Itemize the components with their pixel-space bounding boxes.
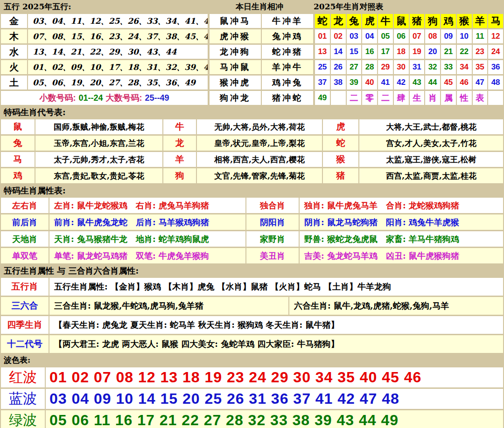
- zodiac-number-cell: 27: [347, 60, 362, 74]
- zodiac-number-cell: 21: [441, 45, 456, 59]
- zodiac-header-cell: 蛇: [315, 14, 330, 28]
- attr-group-label: 阴阳肖: [246, 214, 299, 230]
- zodiac-header-cell: 猴: [457, 14, 472, 28]
- top-tables: 金03、04、11、12、25、26、33、34、41、42木07、08、15、…: [0, 13, 504, 106]
- number-range-text: 大数号码:: [106, 93, 142, 103]
- zodiac-number-cell: 14: [331, 45, 346, 59]
- wuxing-row-text: 六合生肖: 鼠牛,龙鸡,虎猪,蛇猴,兔狗,马羊: [289, 297, 503, 315]
- code-name-list: 太监,寇王,游侠,寇王,松树: [359, 152, 503, 167]
- code-table-title: 特码生肖代号表:: [0, 106, 504, 118]
- wave-table-title: 波色表:: [0, 354, 504, 366]
- clash-pair: 猪冲蛇: [262, 91, 313, 105]
- zodiac-header-cell: 龙: [331, 14, 346, 28]
- attr-group-text: 单笔: 鼠龙蛇马鸡猪 双笔: 牛虎兔羊猴狗: [49, 248, 245, 263]
- clash-pair: 猴冲虎: [210, 76, 261, 90]
- clash-pair: 羊冲牛: [262, 60, 313, 74]
- zodiac-number-cell: 48: [488, 76, 503, 90]
- small-big-number-note: 小数号码:01--24大数号码:25--49: [1, 91, 208, 105]
- number-range-text: 小数号码:: [39, 93, 76, 103]
- zodiac-header-cell: 猪: [410, 14, 425, 28]
- zodiac-number-cell: 38: [331, 76, 346, 90]
- zodiac-number-cell: 11: [473, 29, 488, 43]
- wave-numbers: 01 02 07 08 12 13 18 19 23 24 29 30 34 3…: [46, 367, 503, 387]
- zodiac-number-cell: 35: [473, 60, 488, 74]
- wuxing-row-label: 五行肖: [1, 278, 49, 296]
- wuxing-row-label: 三六合: [1, 297, 49, 315]
- zodiac-number-cell: 44: [425, 76, 440, 90]
- number-range-text: 01--24: [78, 93, 103, 103]
- element-numbers: 07、08、15、16、23、24、37、38、45、46: [28, 29, 208, 43]
- wave-label: 红波: [1, 367, 45, 387]
- attr-group-label: 天地肖: [1, 231, 49, 247]
- wave-label: 绿波: [1, 410, 45, 428]
- zodiac-number-cell: 03: [347, 29, 362, 43]
- zodiac-number-cell: 07: [410, 29, 425, 43]
- element-label: 木: [1, 29, 27, 43]
- zodiac-number-cell: 33: [441, 60, 456, 74]
- element-label: 火: [1, 60, 27, 74]
- zodiac-number-cell: 24: [488, 45, 503, 59]
- attr-group-label: 左右肖: [1, 198, 49, 213]
- code-name-list: 皇帝,状元,皇帝,上帝,梨花: [197, 136, 322, 151]
- attr-group-label: 美丑肖: [246, 248, 299, 263]
- zodiac-number-cell: 29: [378, 60, 393, 74]
- zodiac-header-cell: 羊: [473, 14, 488, 28]
- element-numbers: 05、06、19、20、27、28、35、36、49: [28, 76, 208, 90]
- attr-group-text: 吉美: 兔龙蛇马羊鸡 凶丑: 鼠牛虎猴狗猪: [300, 248, 503, 263]
- code-zodiac-label: 狗: [163, 168, 196, 183]
- zodiac-number-cell: 20: [425, 45, 440, 59]
- zodiac-number-cell: 32: [425, 60, 440, 74]
- chart-footer-cell: 零: [362, 91, 377, 105]
- code-name-list: 玉帝,东宫,小姐,东宫,兰花: [35, 136, 162, 151]
- five-elements-table: 金03、04、11、12、25、26、33、34、41、42木07、08、15、…: [0, 13, 209, 106]
- attr-group-text: 前肖: 鼠牛虎兔龙蛇 后肖: 马羊猴鸡狗猪: [49, 214, 245, 230]
- chart-footer-cell: 表: [473, 91, 488, 105]
- zodiac-number-cell: 28: [362, 60, 377, 74]
- wuxing-row-text: 【春天生肖: 虎兔龙 夏天生肖: 蛇马羊 秋天生肖: 猴狗鸡 冬天生肖: 鼠牛猪…: [49, 316, 503, 334]
- chart-footer-cell: 49: [315, 91, 330, 105]
- attr-group-text: 天肖: 兔马猴猪牛龙 地肖: 蛇羊鸡狗鼠虎: [49, 231, 245, 247]
- number-range-text: 25--49: [145, 93, 169, 103]
- zodiac-number-cell: 18: [394, 45, 409, 59]
- chart-footer-cell: 二: [347, 91, 362, 105]
- wuxing-section-title: 五行生肖属性 与 三合肖六合肖属性:: [0, 265, 504, 276]
- code-zodiac-label: 猪: [323, 168, 358, 183]
- wave-numbers: 05 06 11 16 17 21 22 27 28 32 33 38 39 4…: [46, 410, 503, 428]
- attr-group-label: 单双笔: [1, 248, 49, 263]
- code-zodiac-label: 羊: [163, 152, 196, 167]
- code-name-list: 国师,叛贼,神偷,叛贼,梅花: [35, 119, 162, 134]
- code-name-list: 宫女,才人,美女,太子,竹花: [359, 136, 503, 151]
- zodiac-number-cell: 26: [331, 60, 346, 74]
- clash-pair: 鼠冲马: [210, 14, 261, 28]
- chart-footer-cell: 性: [457, 91, 472, 105]
- clash-pair: 狗冲龙: [210, 91, 261, 105]
- zodiac-number-cell: 31: [410, 60, 425, 74]
- code-name-list: 文官,先锋,管家,先锋,菊花: [197, 168, 322, 183]
- zodiac-number-cell: 04: [362, 29, 377, 43]
- zodiac-number-cell: 36: [488, 60, 503, 74]
- zodiac-number-cell: 23: [473, 45, 488, 59]
- zodiac-number-cell: 10: [457, 29, 472, 43]
- clash-pair: 鸡冲兔: [262, 76, 313, 90]
- zodiac-number-cell: 12: [488, 29, 503, 43]
- zodiac-number-cell: 16: [362, 45, 377, 59]
- zodiac-header-cell: 兔: [347, 14, 362, 28]
- code-zodiac-label: 马: [1, 152, 35, 167]
- code-name-list: 大将,大王,武士,都督,桃花: [359, 119, 503, 134]
- zodiac-number-cell: 09: [441, 29, 456, 43]
- five-elements-title: 五行 2025年五行:: [4, 1, 71, 12]
- code-zodiac-label: 鸡: [1, 168, 35, 183]
- zodiac-number-cell: 45: [441, 76, 456, 90]
- clash-pair: 牛冲羊: [262, 14, 313, 28]
- clash-pair: 马冲鼠: [210, 60, 261, 74]
- chart-footer-cell: 肆: [394, 91, 409, 105]
- wuxing-row-label: 四季生肖: [1, 316, 49, 334]
- wuxing-combination-table: 五行肖五行生肖属性: 【金肖】猴鸡 【木肖】虎兔 【水肖】鼠猪 【火肖】蛇马 【…: [0, 276, 504, 354]
- zodiac-number-cell: 40: [362, 76, 377, 90]
- attr-group-text: 野兽: 猴蛇龙兔虎鼠 家畜: 羊马牛猪狗鸡: [300, 231, 503, 247]
- clash-pair: 兔冲鸡: [262, 29, 313, 43]
- wuxing-row-text: 三合生肖: 鼠龙猴,牛蛇鸡,虎马狗,兔羊猪: [49, 297, 288, 315]
- zodiac-attribute-table: 左右肖左肖: 鼠牛龙蛇猴鸡 右肖: 虎兔马羊狗猪独合肖独肖: 鼠牛虎兔马羊 合肖…: [0, 196, 504, 265]
- zodiac-number-cell: 25: [315, 60, 330, 74]
- zodiac-number-cell: 42: [394, 76, 409, 90]
